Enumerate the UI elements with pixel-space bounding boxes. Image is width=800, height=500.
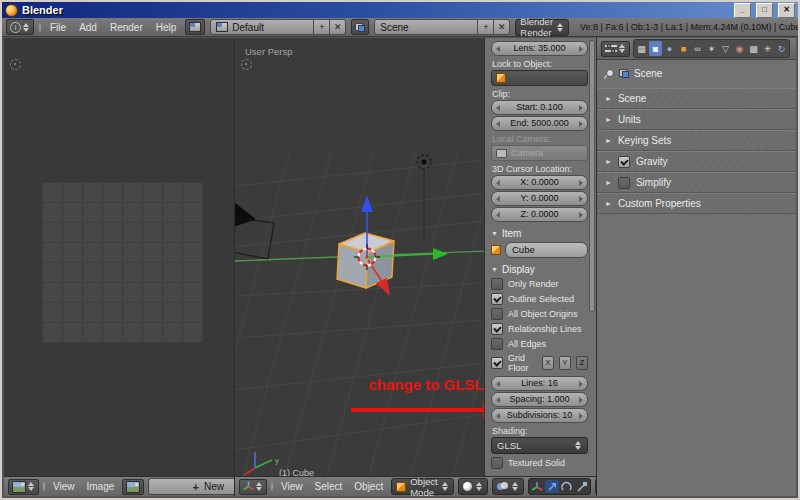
uv-menu-image[interactable]: Image [83,481,119,492]
3d-viewport[interactable]: y x (1) Cube User Persp [235,38,484,476]
uv-editor-header: View Image + New [4,476,234,496]
editor-type-button-3dview[interactable] [239,479,267,495]
uv-menu-view[interactable]: View [49,481,79,492]
cursor-z-field[interactable]: Z: 0.0000 [491,207,588,222]
layout-selector[interactable]: Default + ✕ [210,19,346,35]
grid-spacing-slider[interactable]: Spacing: 1.000 [491,392,588,407]
region-widget-icon[interactable] [241,59,252,70]
clip-end-slider[interactable]: End: 5000.000 [491,116,588,131]
view3d-menu-object[interactable]: Object [350,481,387,492]
tab-object-data[interactable]: ▽ [719,41,732,56]
tab-particles[interactable]: ✳ [761,41,774,56]
item-panel-header[interactable]: ▼Item [491,228,588,239]
scene-delete-button[interactable]: ✕ [494,19,510,35]
tab-world[interactable]: ● [663,41,676,56]
grid-axis-x-toggle[interactable]: X [542,356,554,370]
scene-add-button[interactable]: + [478,19,494,35]
all-edges-checkbox[interactable]: All Edges [491,338,588,350]
translate-arrow-icon [546,481,558,493]
editor-type-button-properties[interactable] [601,41,630,57]
grid-axis-z-toggle[interactable]: Z [576,356,588,370]
view3d-menu-view[interactable]: View [277,481,307,492]
layout-delete-button[interactable]: ✕ [330,19,346,35]
minimize-button[interactable]: _ [734,3,751,18]
view3d-menu-select[interactable]: Select [311,481,347,492]
rotate-arc-icon [561,481,573,493]
shading-mode-dropdown[interactable]: GLSL [491,437,588,454]
editor-type-button-image[interactable] [8,479,39,495]
panel-gravity[interactable]: ►Gravity [597,151,796,172]
textured-solid-checkbox[interactable]: Textured Solid [491,457,588,469]
translate-manipulator-toggle[interactable] [545,480,559,493]
image-editor-icon [12,481,26,493]
display-panel-header[interactable]: ▼Display [491,264,588,275]
tab-scene[interactable]: ◙ [649,41,662,56]
header-collapse-toggle[interactable] [43,482,45,491]
screen-layout-icon-button[interactable] [185,19,205,35]
object-name-field[interactable]: Cube [505,242,588,258]
menu-render[interactable]: Render [106,22,147,33]
interaction-mode-dropdown[interactable]: Object Mode [391,478,453,495]
scale-manipulator-toggle[interactable] [575,480,589,493]
tab-material[interactable]: ◉ [733,41,746,56]
outline-selected-checkbox[interactable]: Outline Selected [491,293,588,305]
grid-subdivisions-slider[interactable]: Subdivisions: 10 [491,408,588,423]
manipulator-axis-toggle[interactable] [530,480,544,493]
local-camera-field[interactable]: Camera [491,145,588,161]
tab-object[interactable]: ■ [677,41,690,56]
scene-selector[interactable]: Scene + ✕ [374,19,510,35]
pivot-point-dropdown[interactable] [492,478,524,495]
maximize-button[interactable]: □ [756,3,773,18]
pin-icon[interactable] [605,69,614,78]
tab-texture[interactable]: ▩ [747,41,760,56]
uv-grid [42,182,203,343]
layout-add-button[interactable]: + [314,19,330,35]
panel-keying-sets[interactable]: ►Keying Sets [597,130,796,151]
region-widget-icon[interactable] [10,59,21,70]
npanel-scrollbar[interactable] [589,40,595,312]
panel-simplify[interactable]: ►Simplify [597,172,796,193]
editor-type-button-info[interactable]: i [6,19,34,35]
close-button[interactable]: ✕ [778,3,795,18]
tab-constraints[interactable]: ∞ [691,41,704,56]
updown-arrows-icon [28,482,35,491]
scene-icon-button[interactable] [351,19,369,35]
viewport-shading-dropdown[interactable] [458,478,488,495]
camera-icon [496,149,507,158]
rotate-manipulator-toggle[interactable] [560,480,574,493]
new-image-button[interactable]: + New [148,478,234,495]
cursor-x-field[interactable]: X: 0.0000 [491,175,588,190]
render-engine-selector[interactable]: Blender Render [515,19,569,36]
header-collapse-toggle[interactable] [39,23,41,32]
relationship-lines-checkbox[interactable]: Relationship Lines [491,323,588,335]
panel-units[interactable]: ►Units [597,109,796,130]
menu-add[interactable]: Add [75,22,101,33]
cursor-y-field[interactable]: Y: 0.0000 [491,191,588,206]
simplify-checkbox[interactable] [618,177,630,189]
gravity-checkbox[interactable] [618,156,630,168]
panel-custom-properties[interactable]: ►Custom Properties [597,193,796,214]
grid-axis-y-toggle[interactable]: Y [559,356,571,370]
image-browse-button[interactable] [122,479,144,495]
menu-file[interactable]: File [46,22,70,33]
transform-orientation-dropdown[interactable]: Global [595,478,596,495]
tab-modifiers[interactable]: ✶ [705,41,718,56]
lens-slider[interactable]: Lens: 35.000 [491,41,588,56]
clip-label: Clip: [492,89,588,99]
tab-render[interactable]: ▦ [635,41,648,56]
grid-floor-checkbox[interactable] [491,357,503,369]
grid-lines-slider[interactable]: Lines: 16 [491,376,588,391]
lock-to-object-field[interactable] [491,70,588,86]
all-object-origins-checkbox[interactable]: All Object Origins [491,308,588,320]
cursor-location-label: 3D Cursor Location: [492,164,588,174]
only-render-checkbox[interactable]: Only Render [491,278,588,290]
title-bar[interactable]: Blender _ □ ✕ [2,2,798,18]
header-collapse-toggle[interactable] [271,482,273,491]
tab-physics[interactable]: ↻ [775,41,788,56]
menu-help[interactable]: Help [152,22,181,33]
window-title: Blender [22,3,729,17]
panel-scene[interactable]: ►Scene [597,88,796,109]
clip-start-slider[interactable]: Start: 0.100 [491,100,588,115]
collapse-arrow-icon: ▼ [491,230,498,237]
uv-editor-canvas[interactable] [4,38,234,476]
